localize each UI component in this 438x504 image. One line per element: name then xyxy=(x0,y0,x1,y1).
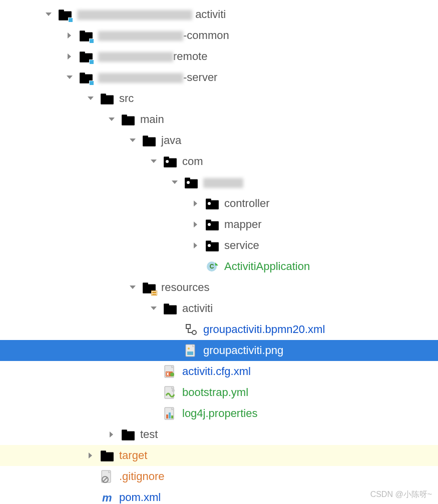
tree-item-resources[interactable]: resources xyxy=(0,277,438,298)
bpmn-file-label: groupactiviti.bpmn20.xml xyxy=(203,323,325,336)
chevron-right-icon xyxy=(189,239,202,252)
tree-item-main[interactable]: main xyxy=(0,109,438,130)
chevron-right-icon xyxy=(63,29,76,42)
svg-rect-14 xyxy=(171,416,173,418)
tree-item-test[interactable]: test xyxy=(0,424,438,445)
log4j-file-label: log4j.properties xyxy=(182,407,257,420)
target-folder-icon xyxy=(100,448,114,462)
module-folder-icon xyxy=(79,28,93,42)
svg-point-6 xyxy=(192,330,196,334)
image-file-icon xyxy=(184,344,198,358)
source-folder-icon xyxy=(142,134,156,148)
test-label: test xyxy=(140,428,158,441)
package-icon xyxy=(184,176,198,190)
xml-config-file-icon xyxy=(163,364,177,378)
chevron-right-icon xyxy=(189,218,202,231)
folder-icon xyxy=(121,112,135,126)
tree-item-server-module[interactable]: -server xyxy=(0,67,438,88)
common-module-label: -common xyxy=(183,29,229,42)
tree-item-bootstrap-file[interactable]: bootstrap.yml xyxy=(0,382,438,403)
properties-file-icon xyxy=(163,406,177,420)
resources-label: resources xyxy=(161,281,210,294)
yml-file-icon xyxy=(163,386,177,400)
chevron-down-icon xyxy=(147,155,160,168)
chevron-down-icon xyxy=(168,176,181,189)
svg-point-8 xyxy=(188,348,190,350)
svg-point-10 xyxy=(170,372,174,376)
tree-item-service[interactable]: service xyxy=(0,235,438,256)
tree-item-app-class[interactable]: C ActivitiApplication xyxy=(0,256,438,277)
folder-icon xyxy=(163,302,177,316)
app-class-label: ActivitiApplication xyxy=(224,260,310,273)
chevron-right-icon xyxy=(105,428,118,441)
gitignore-label: .gitignore xyxy=(119,470,165,483)
controller-label: controller xyxy=(224,197,269,210)
svg-rect-12 xyxy=(166,414,168,418)
chevron-down-icon xyxy=(42,8,55,21)
tree-item-controller[interactable]: controller xyxy=(0,193,438,214)
tree-item-bpmn-file[interactable]: groupactiviti.bpmn20.xml xyxy=(0,319,438,340)
chevron-right-icon xyxy=(63,50,76,63)
activiti-dir-label: activiti xyxy=(182,302,213,315)
svg-rect-5 xyxy=(186,324,190,328)
main-label: main xyxy=(140,113,164,126)
gitignore-file-icon xyxy=(100,470,114,484)
chevron-down-icon xyxy=(126,134,139,147)
tree-item-package[interactable] xyxy=(0,172,438,193)
target-label: target xyxy=(119,449,147,462)
svg-point-11 xyxy=(172,389,175,392)
root-module-label: activiti xyxy=(195,8,226,20)
mapper-label: mapper xyxy=(224,218,262,231)
tree-item-log4j-file[interactable]: log4j.properties xyxy=(0,403,438,424)
svg-text:m: m xyxy=(102,492,112,504)
spring-boot-class-icon: C xyxy=(205,260,219,274)
package-icon xyxy=(205,238,219,252)
tree-item-common-module[interactable]: -common xyxy=(0,25,438,46)
resources-folder-icon xyxy=(142,280,156,294)
module-folder-icon xyxy=(79,50,93,64)
package-icon xyxy=(205,196,219,210)
tree-item-src[interactable]: src xyxy=(0,88,438,109)
chevron-right-icon xyxy=(189,197,202,210)
chevron-down-icon xyxy=(126,281,139,294)
tree-item-root-module[interactable]: activiti xyxy=(0,4,438,25)
server-module-label: -server xyxy=(183,71,217,84)
chevron-right-icon xyxy=(84,449,97,462)
tree-item-mapper[interactable]: mapper xyxy=(0,214,438,235)
service-label: service xyxy=(224,239,259,252)
src-label: src xyxy=(119,92,134,105)
tree-item-target[interactable]: target xyxy=(0,445,438,466)
bpmn-file-icon xyxy=(184,322,198,336)
module-folder-icon xyxy=(58,8,72,22)
chevron-down-icon xyxy=(63,71,76,84)
remote-module-label: remote xyxy=(173,50,207,62)
cfg-file-label: activiti.cfg.xml xyxy=(182,365,251,378)
bootstrap-file-label: bootstrap.yml xyxy=(182,386,248,399)
maven-file-icon: m xyxy=(100,490,114,504)
tree-item-remote-module[interactable]: remote xyxy=(0,46,438,67)
tree-item-cfg-file[interactable]: activiti.cfg.xml xyxy=(0,361,438,382)
watermark: CSDN @小陈呀~ xyxy=(370,490,432,500)
svg-text:C: C xyxy=(210,263,214,270)
folder-icon xyxy=(121,428,135,442)
tree-item-java[interactable]: java xyxy=(0,130,438,151)
package-icon xyxy=(163,154,177,168)
svg-rect-13 xyxy=(169,412,171,418)
pom-label: pom.xml xyxy=(119,491,161,504)
svg-rect-7 xyxy=(187,352,193,355)
module-folder-icon xyxy=(79,70,93,84)
tree-item-png-file[interactable]: groupactiviti.png xyxy=(0,340,438,361)
tree-item-com[interactable]: com xyxy=(0,151,438,172)
png-file-label: groupactiviti.png xyxy=(203,344,283,357)
package-icon xyxy=(205,218,219,232)
tree-item-gitignore[interactable]: .gitignore xyxy=(0,466,438,487)
chevron-down-icon xyxy=(147,302,160,315)
tree-item-activiti-dir[interactable]: activiti xyxy=(0,298,438,319)
folder-icon xyxy=(100,92,114,106)
chevron-down-icon xyxy=(105,113,118,126)
com-label: com xyxy=(182,155,203,168)
chevron-down-icon xyxy=(84,92,97,105)
java-label: java xyxy=(161,134,181,147)
